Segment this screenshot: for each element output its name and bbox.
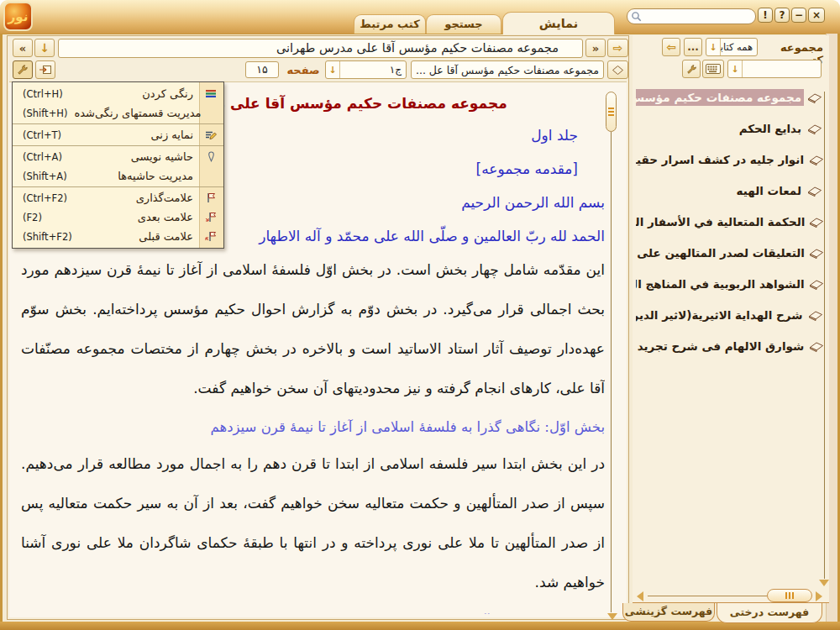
menu-item-shortcut: (F2) [13, 212, 49, 223]
search-input[interactable] [642, 11, 752, 23]
document-title-field[interactable]: مجموعه مصنفات حكيم مؤسس آقا على مدرس طهر… [58, 39, 583, 58]
keyboard-button[interactable] [702, 60, 724, 78]
goto-page-button[interactable] [35, 60, 55, 79]
sidebar-hscrollbar-track[interactable] [648, 596, 767, 596]
menu-item-manage-highlights[interactable]: مديريت قسمتهاى رنگى‌شده (Shift+H) [13, 103, 223, 123]
bookmark-next-icon [199, 212, 223, 223]
book-list-item[interactable]: الحكمة المتعالية في الأسفار العقلي [636, 212, 826, 232]
tab-selective-index[interactable]: فهرست گزينشى [622, 603, 715, 622]
menu-item-next-bookmark[interactable]: علامت بعدى (F2) [13, 207, 223, 227]
menu-item-shortcut: (Ctrl+A) [13, 151, 69, 163]
book-title: بدايع الحكم [737, 120, 804, 137]
book-combo[interactable]: مجموعه مصنفات حكيم مؤسس آقا عل ... [411, 60, 604, 79]
tab-display[interactable]: نمايش [502, 12, 615, 34]
book-combo-value: مجموعه مصنفات حكيم مؤسس آقا عل ... [412, 64, 603, 76]
sidebar-scroll-down-arrow[interactable] [819, 580, 829, 586]
more-options-button[interactable]: ... [684, 38, 702, 56]
book-icon [804, 185, 826, 197]
menu-item-shortcut: (Shift+H) [13, 108, 74, 119]
sidebar-scroll-right-arrow[interactable] [816, 591, 822, 601]
search-icon [631, 11, 642, 22]
tag-icon [612, 65, 624, 76]
annotation-icon [199, 151, 223, 162]
tab-search[interactable]: جستجو [426, 14, 501, 34]
content-scrollbar-thumb[interactable] [606, 92, 617, 132]
library-sidebar: مجموعه كتب ↓ همه كتابها ... ⇦ ↓ مجموعه م [633, 35, 829, 603]
window-frame-bottom [0, 622, 840, 630]
close-button[interactable]: × [808, 8, 825, 23]
book-list-item[interactable]: انوار جليه در كشف اسرار حقيقت [636, 150, 826, 170]
menu-item-label: مديريت قسمتهاى رنگى‌شده [74, 107, 207, 119]
filter-combo[interactable]: ↓ [727, 60, 822, 78]
sidebar-hscrollbar-thumb[interactable] [767, 589, 812, 602]
search-box [627, 8, 756, 24]
chevron-down-icon[interactable]: ↓ [728, 60, 743, 77]
title-down-button[interactable]: ↓ [34, 39, 55, 57]
menu-item-shortcut: (Ctrl+H) [13, 88, 70, 100]
book-list-item[interactable]: التعليقات لصدر المتالهين على الش [636, 243, 826, 263]
sidebar-scrollbar-track[interactable] [824, 92, 825, 579]
back-navigation-button[interactable]: ⇦ [662, 38, 680, 56]
sidebar-tools-button[interactable] [682, 60, 701, 78]
alert-button[interactable]: ! [758, 8, 773, 23]
window-frame-left [0, 34, 3, 630]
bookmark-icon [199, 192, 223, 203]
menu-separator [13, 123, 223, 124]
minimize-button[interactable]: − [791, 8, 806, 23]
book-icon [807, 278, 826, 290]
volume-value: ج۱ [340, 64, 406, 76]
go-forward-button[interactable]: ⇨ [607, 39, 628, 57]
doc-paragraph: اين مقدّمه شامل چهار بخش است. در بخش اوّ… [21, 250, 605, 408]
menu-item-manage-annotations[interactable]: مديريت حاشيه‌ها (Shift+A) [13, 166, 223, 186]
menu-item-shortcut: (Ctrl+T) [13, 129, 68, 141]
book-title: انوار جليه در كشف اسرار حقيقت [636, 151, 806, 168]
book-list-item[interactable]: الشواهد الربوبية في المناهج السل [636, 274, 826, 294]
book-title: مجموعه مصنفات حكيم مؤسس آقا [636, 89, 804, 106]
book-icon [804, 92, 826, 103]
page-label: صفحه [283, 64, 323, 76]
page-number-input[interactable]: ۱۵ [245, 61, 279, 78]
book-list-item[interactable]: لمعات الهيه [636, 181, 826, 201]
wrench-icon [17, 64, 29, 76]
expand-title-button[interactable]: » [585, 39, 606, 57]
book-list-item[interactable]: بدايع الحكم [636, 118, 826, 139]
scroll-down-arrow[interactable] [607, 613, 617, 620]
book-icon [805, 309, 826, 321]
book-title: لمعات الهيه [734, 182, 804, 199]
index-icon [199, 129, 223, 140]
menu-item-highlight[interactable]: رنگى كردن (Ctrl+H) [13, 84, 223, 103]
chevron-down-icon[interactable]: ↓ [706, 39, 721, 55]
scope-combo[interactable]: ↓ همه كتابها [706, 38, 758, 56]
tools-button[interactable] [13, 60, 33, 79]
book-icon [804, 123, 826, 134]
tab-related-books[interactable]: كتب مرتبط [354, 14, 426, 34]
tag-button[interactable] [607, 60, 628, 79]
wrench-icon [686, 64, 697, 75]
goto-icon [39, 65, 52, 75]
application-window: نور كتب مرتبط جستجو نمايش ! ? − × « ↓ مج… [0, 0, 840, 630]
keyboard-icon [706, 64, 721, 74]
sidebar-scroll-left-arrow[interactable] [637, 591, 643, 601]
logo-text: نور [8, 9, 29, 24]
menu-item-bookmark[interactable]: علامت‌گذارى (Ctrl+F2) [13, 188, 223, 207]
help-button[interactable]: ? [774, 8, 790, 23]
menu-item-indexing[interactable]: نمايه زنى (Ctrl+T) [13, 125, 223, 144]
doc-section-heading: بخش اوّل: نگاهى گذرا به فلسفهٔ اسلامى از… [21, 415, 605, 440]
menu-separator [13, 145, 223, 146]
collapse-title-button[interactable]: « [13, 39, 33, 57]
tab-tree-index[interactable]: فهرست درختى [717, 603, 822, 623]
book-icon [807, 216, 826, 228]
book-list-item[interactable]: شرح الهداية الاثيرية(لاثير الدين [636, 305, 826, 325]
content-scrollbar-track[interactable] [611, 132, 612, 612]
book-title: الحكمة المتعالية في الأسفار العقلي [636, 213, 807, 230]
book-list-item[interactable]: مجموعه مصنفات حكيم مؤسس آقا [636, 87, 826, 108]
menu-item-annotate[interactable]: حاشيه نويسى (Ctrl+A) [13, 147, 223, 166]
book-title: شوارق الالهام فى شرح تجريد الك [636, 338, 806, 354]
volume-combo[interactable]: ↓ ج۱ [325, 60, 407, 79]
menu-item-previous-bookmark[interactable]: علامت قبلى (Shift+F2) [13, 227, 223, 246]
book-icon [806, 154, 826, 165]
chevron-down-icon[interactable]: ↓ [326, 61, 340, 78]
doc-paragraph: در اين بخش ابتدا سير فلسفه اسلامى از ابت… [21, 444, 605, 602]
menu-item-label: علامت بعدى [49, 211, 199, 223]
book-list-item[interactable]: شوارق الالهام فى شرح تجريد الك [636, 336, 826, 356]
